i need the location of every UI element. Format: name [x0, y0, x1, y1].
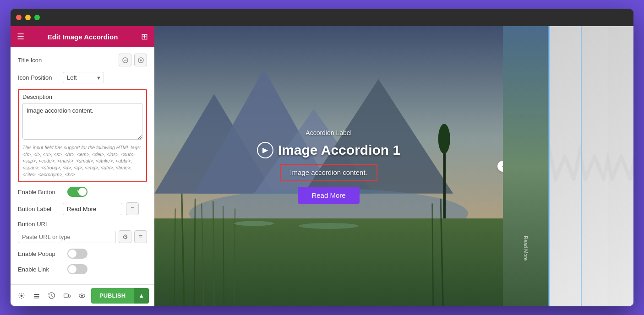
enable-link-label: Enable Link: [18, 266, 64, 273]
eye-icon: [78, 292, 86, 299]
panel-title: Edit Image Accordion: [48, 33, 118, 41]
panel-body: Title Icon: [11, 47, 154, 284]
accordion-panel-4: [581, 26, 608, 306]
button-label-label: Button Label: [18, 206, 59, 212]
accordion-panel-5: [608, 26, 633, 306]
bottom-toolbar: PUBLISH ▲: [11, 284, 154, 306]
collapsed-panel-4-bg: [581, 26, 608, 306]
responsive-icon: [63, 292, 71, 299]
description-textarea[interactable]: Image accordion content.: [22, 103, 142, 140]
url-list-icon[interactable]: ≡: [134, 230, 147, 243]
publish-btn-group: PUBLISH ▲: [91, 288, 149, 304]
link-no-text: NO: [69, 267, 85, 272]
history-toolbar-btn[interactable]: [46, 288, 58, 303]
play-icon: ▶: [262, 146, 268, 154]
collapsed-panel-5-bg: [608, 26, 633, 306]
popup-toggle-slider: NO: [67, 249, 87, 259]
url-input[interactable]: [18, 231, 116, 243]
settings-toolbar-icon: [18, 292, 25, 299]
button-url-label: Button URL: [18, 221, 147, 228]
button-label-input[interactable]: [63, 203, 122, 215]
settings-toolbar-btn[interactable]: [16, 288, 27, 303]
publish-button[interactable]: PUBLISH: [91, 288, 134, 304]
accordion-desc-box: Image accordion content.: [280, 164, 377, 181]
svg-rect-8: [64, 294, 68, 297]
title-icon-label: Title Icon: [18, 57, 59, 64]
left-panel: ☰ Edit Image Accordion ⊞ Title Icon: [11, 26, 154, 306]
accordion-read-more-button[interactable]: Read More: [298, 187, 359, 204]
accordion-panel-2: Read More: [503, 26, 549, 306]
publish-arrow-button[interactable]: ▲: [134, 288, 149, 304]
accordion-title-row: ▶ Image Accordion 1: [257, 142, 400, 158]
description-section: Description Image accordion content. Thi…: [18, 89, 147, 182]
enable-button-row: Enable Button YES: [18, 187, 147, 197]
layers-toolbar-icon: [33, 292, 40, 299]
svg-rect-6: [34, 296, 39, 297]
enable-popup-toggle[interactable]: NO: [67, 249, 87, 259]
toggle-yes-text: YES: [77, 190, 85, 194]
title-icon-settings-btn[interactable]: [134, 54, 147, 66]
description-label: Description: [22, 93, 142, 100]
svg-point-4: [21, 294, 23, 297]
enable-button-toggle[interactable]: YES: [67, 187, 87, 197]
panel-header: ☰ Edit Image Accordion ⊞: [11, 26, 154, 47]
icon-position-label: Icon Position: [18, 74, 59, 81]
accordion-panel-3: [549, 26, 581, 306]
hamburger-icon[interactable]: ☰: [17, 32, 24, 42]
accordion-content: Accordion Label ▶ Image Accordion 1 Imag…: [154, 26, 503, 306]
settings-icon: [138, 57, 144, 63]
enable-popup-label: Enable Popup: [18, 250, 64, 257]
preview-area: Accordion Label ▶ Image Accordion 1 Imag…: [154, 26, 633, 306]
svg-rect-9: [69, 295, 70, 297]
collapsed-panel-2-bg: [503, 26, 549, 306]
watermark-5: [608, 138, 633, 195]
clear-icon: [122, 57, 128, 63]
url-input-row: ⚙ ≡: [18, 230, 147, 243]
button-url-section: Button URL ⚙ ≡: [18, 221, 147, 243]
enable-button-label: Enable Button: [18, 189, 64, 196]
panel-divider-4: [581, 26, 582, 306]
responsive-toolbar-btn[interactable]: [61, 288, 72, 303]
eye-toolbar-btn[interactable]: [76, 288, 87, 303]
titlebar: [11, 9, 633, 26]
watermark-4: [581, 138, 608, 195]
close-dot[interactable]: [16, 15, 22, 20]
enable-link-toggle[interactable]: NO: [67, 264, 87, 274]
enable-popup-row: Enable Popup NO: [18, 249, 147, 259]
icon-position-select-wrapper: Left Right Top Bottom ▼: [63, 72, 104, 83]
grid-icon[interactable]: ⊞: [141, 32, 148, 42]
title-icon-buttons: [119, 54, 147, 66]
title-icon-clear-btn[interactable]: [119, 54, 131, 66]
accordion-description: Image accordion content.: [290, 168, 367, 176]
svg-rect-7: [34, 298, 39, 299]
minimize-dot[interactable]: [25, 15, 31, 20]
enable-link-row: Enable Link NO: [18, 264, 147, 274]
accordion-label: Accordion Label: [306, 129, 351, 136]
accordion-container: Accordion Label ▶ Image Accordion 1 Imag…: [154, 26, 633, 306]
toggle-slider: YES: [67, 187, 87, 197]
watermark: [549, 138, 581, 195]
icon-position-select[interactable]: Left Right Top Bottom: [63, 72, 104, 83]
accordion-title: Image Accordion 1: [278, 142, 400, 158]
html-hint: This input field has support for the fol…: [22, 144, 142, 178]
button-label-list-icon[interactable]: ≡: [126, 202, 139, 215]
collapsed-read-more-2: Read More: [523, 236, 529, 261]
collapsed-panel-3-bg: [549, 26, 581, 306]
layers-toolbar-btn[interactable]: [31, 288, 43, 303]
maximize-dot[interactable]: [34, 15, 40, 20]
link-toggle-slider: NO: [67, 264, 87, 274]
button-label-row: Button Label ≡: [18, 202, 147, 215]
history-icon: [48, 292, 55, 299]
url-settings-icon[interactable]: ⚙: [119, 230, 131, 243]
popup-no-text: NO: [69, 251, 85, 256]
watermark-svg-4: [581, 138, 608, 193]
panel-divider-3: [549, 26, 550, 306]
svg-point-3: [140, 59, 142, 61]
svg-rect-5: [34, 294, 39, 295]
play-circle-icon: ▶: [257, 142, 273, 158]
svg-point-11: [81, 295, 83, 297]
icon-position-row: Icon Position Left Right Top Bottom ▼: [18, 72, 147, 83]
title-icon-row: Title Icon: [18, 54, 147, 66]
accordion-panel-expanded: Accordion Label ▶ Image Accordion 1 Imag…: [154, 26, 503, 306]
watermark-svg-5: [608, 138, 633, 193]
